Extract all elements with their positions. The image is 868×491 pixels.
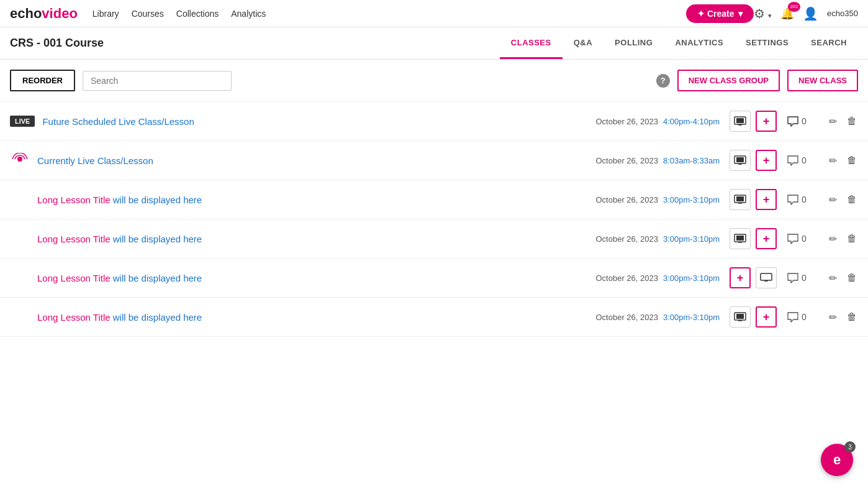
echo-fab[interactable]: e 3 [821, 444, 853, 476]
edit-icon[interactable]: ✏ [829, 155, 837, 167]
add-content-button[interactable]: + [756, 189, 777, 210]
tab-analytics[interactable]: ANALYTICS [664, 28, 735, 59]
monitor-icon[interactable] [756, 267, 777, 288]
capture-icon[interactable] [730, 150, 751, 171]
edit-icon[interactable]: ✏ [829, 233, 837, 245]
settings-dropdown-icon: ▾ [768, 12, 772, 19]
tab-qa[interactable]: Q&A [563, 28, 604, 59]
class-title[interactable]: Future Scheduled Live Class/Lesson [42, 116, 595, 127]
reorder-button[interactable]: REORDER [10, 70, 75, 91]
new-class-group-button[interactable]: NEW CLASS GROUP [677, 70, 780, 91]
logo[interactable]: echovideo [10, 6, 78, 22]
capture-icon[interactable] [730, 111, 751, 132]
svg-rect-11 [736, 196, 744, 201]
class-date: October 26, 2023 [595, 234, 658, 244]
comment-group[interactable]: 0 [787, 311, 815, 323]
fab-badge: 3 [844, 441, 856, 452]
action-icons: + 0 ✏ 🗑 [730, 306, 858, 328]
class-date: October 26, 2023 [595, 195, 658, 204]
delete-icon[interactable]: 🗑 [847, 233, 857, 244]
course-tabs: CLASSES Q&A POLLING ANALYTICS SETTINGS S… [500, 28, 858, 59]
logo-echo: echo [10, 6, 42, 22]
help-icon[interactable]: ? [656, 74, 670, 88]
edit-icon[interactable]: ✏ [829, 311, 837, 323]
add-content-button[interactable]: + [756, 306, 777, 328]
action-icons: + 0 ✏ 🗑 [730, 111, 858, 132]
class-title[interactable]: Long Lesson Title will be displayed here [37, 312, 595, 323]
class-date: October 26, 2023 [595, 156, 658, 165]
notifications-icon[interactable]: 🔔 202 [780, 7, 794, 21]
class-date: October 26, 2023 [595, 273, 658, 283]
nav-collections[interactable]: Collections [176, 9, 219, 19]
course-header: CRS - 001 Course CLASSES Q&A POLLING ANA… [0, 27, 868, 60]
tab-polling[interactable]: POLLING [604, 28, 664, 59]
class-title[interactable]: Long Lesson Title will be displayed here [37, 273, 595, 283]
class-time: 3:00pm-3:10pm [663, 195, 720, 204]
capture-icon[interactable] [730, 306, 751, 328]
comment-group[interactable]: 0 [787, 194, 815, 205]
svg-point-4 [17, 157, 22, 162]
table-row: Currently Live Class/Lesson October 26, … [0, 141, 868, 180]
class-list: LIVE Future Scheduled Live Class/Lesson … [0, 102, 868, 337]
svg-rect-20 [736, 314, 744, 319]
delete-icon[interactable]: 🗑 [847, 155, 857, 166]
add-content-button[interactable]: + [756, 111, 777, 132]
create-button[interactable]: ✦ Create ▾ [686, 4, 753, 23]
add-content-button[interactable]: + [756, 228, 777, 249]
nav-courses[interactable]: Courses [132, 9, 164, 19]
edit-icon[interactable]: ✏ [829, 116, 837, 127]
tab-settings[interactable]: SETTINGS [735, 28, 800, 59]
svg-rect-3 [736, 118, 744, 123]
add-content-button[interactable]: + [756, 150, 777, 171]
edit-icon[interactable]: ✏ [829, 194, 837, 206]
class-date: October 26, 2023 [595, 313, 658, 322]
action-icons: + 0 ✏ 🗑 [730, 267, 858, 288]
comment-count: 0 [802, 116, 807, 126]
comment-group[interactable]: 0 [787, 233, 815, 244]
comment-group[interactable]: 0 [787, 155, 815, 166]
nav-links: Library Courses Collections Analytics [93, 9, 686, 19]
add-content-button[interactable]: + [730, 267, 751, 288]
delete-icon[interactable]: 🗑 [847, 311, 857, 323]
class-time: 4:00pm-4:10pm [663, 117, 720, 126]
live-badge: LIVE [10, 116, 35, 127]
delete-icon[interactable]: 🗑 [847, 272, 857, 283]
toolbar: REORDER ? NEW CLASS GROUP NEW CLASS [0, 60, 868, 102]
delete-icon[interactable]: 🗑 [847, 194, 857, 205]
action-icons: + 0 ✏ 🗑 [730, 228, 858, 249]
comment-group[interactable]: 0 [787, 272, 815, 283]
capture-icon[interactable] [730, 228, 751, 249]
delete-icon[interactable]: 🗑 [847, 116, 857, 127]
svg-rect-8 [736, 157, 744, 162]
comment-group[interactable]: 0 [787, 116, 815, 127]
capture-icon[interactable] [730, 189, 751, 210]
comment-count: 0 [802, 234, 807, 244]
class-time: 3:00pm-3:10pm [663, 273, 720, 283]
class-title[interactable]: Currently Live Class/Lesson [37, 155, 595, 166]
table-row: Long Lesson Title will be displayed here… [0, 298, 868, 337]
nav-right: ⚙ ▾ 🔔 202 👤 echo350 [754, 6, 858, 21]
new-class-button[interactable]: NEW CLASS [787, 70, 858, 91]
action-icons: + 0 ✏ 🗑 [730, 150, 858, 171]
search-input[interactable] [83, 71, 232, 91]
fab-letter: e [833, 452, 841, 468]
notification-badge: 202 [788, 2, 800, 12]
edit-icon[interactable]: ✏ [829, 272, 837, 284]
top-nav: echovideo Library Courses Collections An… [0, 0, 868, 27]
live-wave-icon [10, 153, 30, 168]
table-row: LIVE Future Scheduled Live Class/Lesson … [0, 102, 868, 141]
user-label[interactable]: echo350 [827, 9, 858, 18]
tab-search[interactable]: SEARCH [800, 28, 858, 59]
class-title[interactable]: Long Lesson Title will be displayed here [37, 234, 595, 244]
comment-count: 0 [802, 155, 807, 165]
table-row: Long Lesson Title will be displayed here… [0, 259, 868, 298]
settings-icon[interactable]: ⚙ ▾ [754, 6, 772, 21]
nav-analytics[interactable]: Analytics [231, 9, 266, 19]
comment-count: 0 [802, 273, 807, 283]
class-time: 8:03am-8:33am [663, 156, 720, 165]
user-icon[interactable]: 👤 [803, 6, 818, 21]
class-title[interactable]: Long Lesson Title will be displayed here [37, 195, 595, 205]
tab-classes[interactable]: CLASSES [500, 28, 563, 59]
comment-count: 0 [802, 195, 807, 204]
nav-library[interactable]: Library [93, 9, 119, 19]
